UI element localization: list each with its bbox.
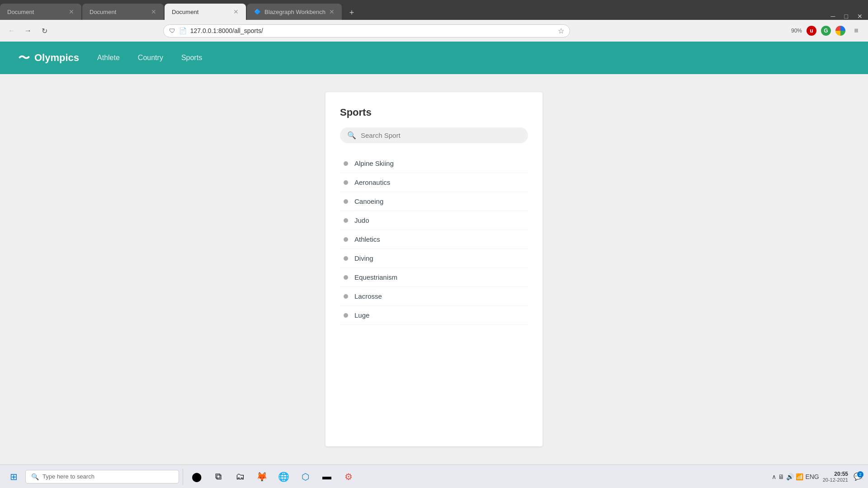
cortana-icon: ⬤ — [192, 471, 202, 482]
ext-ublock-icon[interactable]: u — [807, 26, 816, 36]
lang-label: ENG — [805, 473, 819, 480]
sport-item-1[interactable]: Aeronautics — [340, 173, 528, 192]
tab-1-close[interactable]: ✕ — [69, 8, 74, 15]
wifi-icon[interactable]: 📶 — [796, 473, 803, 480]
sport-item-5[interactable]: Diving — [340, 249, 528, 268]
close-button[interactable]: ✕ — [857, 13, 863, 20]
sport-item-8[interactable]: Luge — [340, 306, 528, 325]
nav-country[interactable]: Country — [138, 54, 163, 62]
sport-dot-0 — [344, 161, 348, 166]
notification-badge: 2 — [857, 471, 863, 478]
display-icon[interactable]: 🖥 — [778, 473, 784, 480]
window-controls: ─ □ ✕ — [826, 13, 868, 20]
site-nav: 〜 Olympics Athlete Country Sports — [0, 42, 868, 74]
tab-2[interactable]: Document ✕ — [82, 4, 164, 20]
main-content: Sports 🔍 Alpine Skiing Aeronautics Canoe… — [0, 74, 868, 465]
zoom-level: 90% — [791, 28, 802, 34]
sport-dot-2 — [344, 199, 348, 204]
taskbar-date-display: 20-12-2021 — [823, 477, 848, 483]
task-view-icon: ⧉ — [215, 471, 222, 482]
firefox-icon: 🦊 — [256, 471, 268, 482]
sport-dot-7 — [344, 294, 348, 299]
taskbar-notification[interactable]: 💬 2 — [852, 470, 864, 483]
search-icon: 🔍 — [347, 131, 356, 140]
search-input[interactable] — [361, 131, 521, 139]
sport-name-7: Lacrosse — [354, 292, 382, 300]
taskbar-terminal[interactable]: ▬ — [317, 467, 337, 487]
taskbar: ⊞ 🔍 Type here to search ⬤ ⧉ 🗂 🦊 🌐 ⬡ ▬ ⚙ … — [0, 465, 868, 488]
taskbar-app5[interactable]: ⚙ — [339, 467, 359, 487]
nav-logo[interactable]: 〜 Olympics — [18, 50, 79, 66]
address-text[interactable]: 127.0.0.1:8000/all_sports/ — [190, 27, 554, 34]
toolbar-icons: 90% u G ≡ — [791, 24, 863, 37]
search-box[interactable]: 🔍 — [340, 127, 528, 143]
minimize-button[interactable]: ─ — [831, 13, 835, 20]
sport-name-1: Aeronautics — [354, 178, 390, 186]
terminal-icon: ▬ — [322, 471, 331, 482]
sport-name-5: Diving — [354, 254, 373, 262]
sport-item-4[interactable]: Athletics — [340, 230, 528, 249]
sport-dot-5 — [344, 256, 348, 261]
sport-dot-6 — [344, 275, 348, 280]
tab-3-close[interactable]: ✕ — [233, 8, 239, 15]
tab-2-close[interactable]: ✕ — [151, 8, 156, 15]
taskbar-explorer[interactable]: 🗂 — [230, 467, 250, 487]
taskbar-chrome[interactable]: 🌐 — [274, 467, 293, 487]
tab-bar: Document ✕ Document ✕ Document ✕ 🔷 Blaze… — [0, 0, 868, 20]
ext-grammarly-icon[interactable]: G — [821, 26, 831, 36]
sys-icons: ∧ 🖥 🔊 📶 ENG — [772, 473, 819, 480]
chevron-up-icon[interactable]: ∧ — [772, 473, 776, 480]
browser-chrome: Document ✕ Document ✕ Document ✕ 🔷 Blaze… — [0, 0, 868, 42]
volume-icon[interactable]: 🔊 — [786, 473, 794, 480]
tab-2-label: Document — [90, 9, 116, 15]
sport-name-3: Judo — [354, 216, 369, 224]
sport-name-6: Equestrianism — [354, 273, 397, 281]
reload-button[interactable]: ↻ — [38, 24, 51, 37]
taskbar-task-view[interactable]: ⧉ — [208, 467, 228, 487]
bookmark-icon[interactable]: ☆ — [558, 27, 564, 35]
back-button[interactable]: ← — [5, 24, 18, 37]
taskbar-cortana[interactable]: ⬤ — [187, 467, 207, 487]
address-bar-row: ← → ↻ 🛡 📄 127.0.0.1:8000/all_sports/ ☆ 9… — [0, 20, 868, 42]
taskbar-firefox[interactable]: 🦊 — [252, 467, 272, 487]
shield-icon: 🛡 — [169, 27, 175, 34]
taskbar-sep-1 — [183, 469, 183, 485]
taskbar-search[interactable]: 🔍 Type here to search — [25, 470, 179, 483]
taskbar-time[interactable]: 20:55 20-12-2021 — [823, 471, 848, 483]
new-tab-button[interactable]: + — [344, 5, 359, 20]
tab-4[interactable]: 🔷 Blazegraph Workbench ✕ — [247, 4, 342, 20]
sport-dot-1 — [344, 180, 348, 185]
sport-item-3[interactable]: Judo — [340, 211, 528, 230]
forward-button[interactable]: → — [22, 24, 34, 37]
tab-3-label: Document — [172, 9, 198, 15]
nav-athlete[interactable]: Athlete — [97, 54, 120, 62]
taskbar-right: ∧ 🖥 🔊 📶 ENG 20:55 20-12-2021 💬 2 — [772, 470, 864, 483]
tab-1-label: Document — [7, 9, 34, 15]
address-box[interactable]: 🛡 📄 127.0.0.1:8000/all_sports/ ☆ — [163, 24, 570, 38]
tab-3[interactable]: Document ✕ — [165, 4, 246, 20]
sport-name-0: Alpine Skiing — [354, 160, 394, 167]
sport-dot-8 — [344, 313, 348, 318]
ext-globe-icon[interactable] — [835, 26, 845, 36]
explorer-icon: 🗂 — [236, 471, 245, 482]
menu-icon[interactable]: ≡ — [850, 24, 863, 37]
sports-card: Sports 🔍 Alpine Skiing Aeronautics Canoe… — [326, 92, 542, 446]
start-button[interactable]: ⊞ — [4, 467, 24, 487]
nav-sports[interactable]: Sports — [181, 54, 202, 62]
maximize-button[interactable]: □ — [844, 13, 848, 20]
chrome-icon: 🌐 — [278, 471, 289, 482]
sport-name-2: Canoeing — [354, 197, 383, 205]
tab-4-close[interactable]: ✕ — [329, 8, 335, 15]
sport-item-7[interactable]: Lacrosse — [340, 287, 528, 306]
sport-item-2[interactable]: Canoeing — [340, 192, 528, 211]
vscode-icon: ⬡ — [302, 471, 309, 482]
logo-text: Olympics — [34, 52, 79, 64]
taskbar-vscode[interactable]: ⬡ — [295, 467, 315, 487]
tab-1[interactable]: Document ✕ — [0, 4, 81, 20]
sport-item-0[interactable]: Alpine Skiing — [340, 154, 528, 173]
sport-name-8: Luge — [354, 311, 369, 319]
windows-icon: ⊞ — [10, 471, 18, 482]
app5-icon: ⚙ — [344, 471, 353, 482]
sport-dot-3 — [344, 218, 348, 223]
sport-item-6[interactable]: Equestrianism — [340, 268, 528, 287]
